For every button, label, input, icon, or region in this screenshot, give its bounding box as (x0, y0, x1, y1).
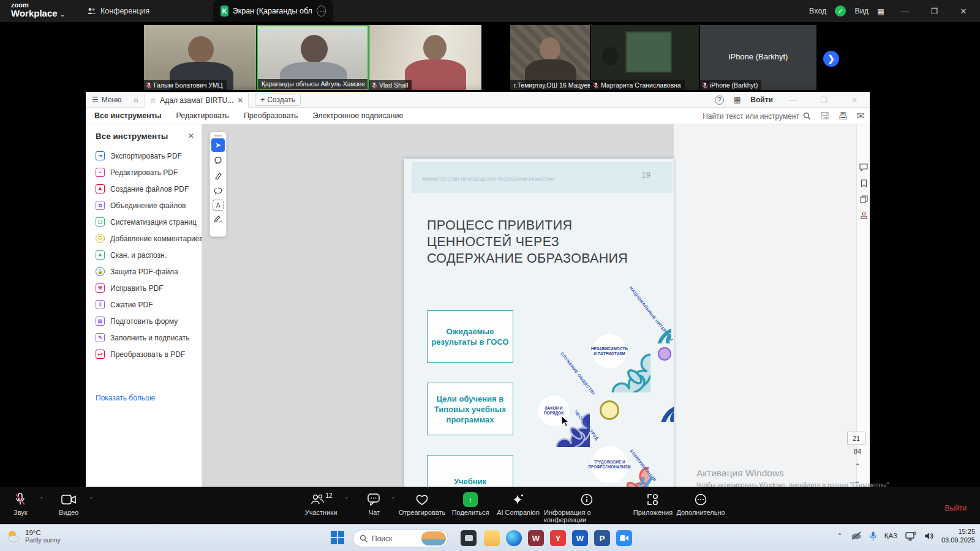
tab-close-icon[interactable]: ✕ (237, 96, 243, 105)
pages-panel-icon[interactable] (859, 194, 869, 204)
document-tab[interactable]: ☆ Адал азамат BIRTU... ✕ (144, 92, 249, 108)
participant-tile-active[interactable]: Қарағанды облысы Айгуль Хамзее... (257, 25, 369, 90)
tool-add-comments[interactable]: 🗨Добавление комментариев (96, 234, 203, 243)
sign-tool[interactable] (211, 212, 225, 226)
meeting-info-button[interactable]: Информация о конференции (544, 492, 630, 523)
language-indicator[interactable]: ҚАЗ (884, 532, 897, 539)
react-button[interactable]: Отреагировать (397, 492, 447, 516)
taskbar-app-red[interactable]: Y (550, 530, 566, 546)
taskbar-app-taskview[interactable] (461, 530, 477, 546)
select-tool[interactable]: ➤ (211, 138, 225, 152)
search-highlight-image[interactable] (421, 531, 446, 545)
search-box[interactable]: Поиск (353, 530, 448, 547)
tools-panel-close-icon[interactable]: ✕ (188, 132, 194, 140)
zoom-close-button[interactable]: ✕ (953, 3, 974, 19)
tab-conference[interactable]: Конференция (80, 0, 157, 22)
acrobat-close-button[interactable]: ✕ (844, 92, 865, 108)
view-button[interactable]: Вид (854, 7, 869, 15)
clock[interactable]: 15:25 03.09.2025 (941, 527, 975, 545)
home-icon[interactable]: ⌂ (134, 96, 138, 104)
page-number-input[interactable]: 21 (847, 432, 865, 444)
acrobat-minimize-button[interactable]: — (783, 92, 804, 108)
save-icon[interactable]: 🖫 (820, 111, 830, 122)
text-select-tool[interactable]: A (213, 200, 224, 211)
zoom-signin-button[interactable]: Вход (809, 7, 826, 15)
taskbar-app-w-maroon[interactable]: W (528, 530, 544, 546)
apps-grid-icon[interactable]: ▦ (734, 96, 741, 104)
show-more-link[interactable]: Показать больше (96, 394, 155, 402)
participant-tile[interactable]: Галым Болатович УМЦ (144, 25, 256, 90)
zoom-maximize-button[interactable]: ❐ (924, 3, 944, 19)
participant-tile[interactable]: Vlad Shall (369, 25, 481, 90)
chat-options-icon[interactable]: ⌃ (391, 497, 396, 503)
comments-panel-icon[interactable] (859, 162, 869, 172)
document-pane[interactable]: МИНИСТЕРСТВО ПРОСВЕЩЕНИЯ РЕСПУБЛИКИ КАЗА… (202, 124, 856, 487)
stamp-panel-icon[interactable] (859, 210, 869, 220)
zoom-minimize-button[interactable]: — (894, 3, 915, 19)
taskbar-app-powerpoint[interactable]: P (594, 530, 610, 546)
taskbar-app-edge[interactable] (506, 530, 522, 546)
highlighter-tool[interactable] (211, 169, 225, 182)
tray-expand-icon[interactable]: ⌃ (837, 532, 843, 540)
more-button[interactable]: Дополнительно (673, 492, 729, 516)
star-icon[interactable]: ☆ (149, 96, 156, 105)
lasso-tool[interactable] (211, 184, 225, 198)
tool-organize-pages[interactable]: ❏Систематизация страниц (96, 217, 197, 227)
menubar-convert[interactable]: Преобразовать (244, 111, 298, 120)
participants-button[interactable]: 12 Участники (299, 492, 343, 516)
scroll-up-icon[interactable]: ⌃ (848, 462, 867, 470)
mail-icon[interactable]: ✉ (857, 110, 865, 122)
create-button[interactable]: + Создать (255, 94, 301, 106)
toolbar-grip[interactable] (214, 135, 222, 137)
chevron-down-icon[interactable]: ⌄ (60, 11, 65, 18)
next-participants-button[interactable]: ❯ (823, 51, 839, 67)
apps-button[interactable]: Приложения (630, 492, 676, 516)
taskbar-app-zoom[interactable] (616, 530, 632, 546)
taskbar-app-explorer[interactable] (484, 530, 500, 546)
tool-edit-pdf[interactable]: ≡Редактировать PDF (96, 168, 178, 177)
tool-convert-to-pdf[interactable]: ⮐Преобразовать в PDF (96, 350, 185, 359)
onedrive-paused-icon[interactable] (851, 531, 862, 540)
security-shield-icon[interactable]: ✓ (835, 6, 846, 17)
tool-fill-sign[interactable]: ✎Заполнить и подписать (96, 333, 190, 342)
tool-prepare-form[interactable]: ▤Подготовить форму (96, 317, 178, 326)
menubar-esign[interactable]: Электронное подписание (313, 111, 404, 120)
tool-compress-pdf[interactable]: ⇩Сжатие PDF (96, 300, 153, 309)
comment-tool[interactable] (211, 154, 225, 167)
participant-tile[interactable]: г.Темиртау,ОШ 16 Мацуева Е. (510, 25, 590, 90)
tool-combine-files[interactable]: ⧉Объединение файлов (96, 201, 186, 210)
acrobat-signin-button[interactable]: Войти (750, 96, 773, 104)
tool-repair-pdf[interactable]: ⚒Исправить PDF (96, 283, 164, 293)
tool-protect-pdf[interactable]: 🔒Защита PDF-файла (96, 267, 178, 276)
bookmarks-panel-icon[interactable] (859, 178, 869, 188)
menubar-all-tools[interactable]: Все инструменты (94, 111, 162, 120)
help-icon[interactable]: ? (715, 96, 724, 105)
start-button[interactable] (331, 531, 345, 545)
touch-keyboard-icon[interactable] (905, 531, 916, 541)
find-tool[interactable]: Найти текст или инструмент (703, 108, 811, 124)
tab-options-icon[interactable]: ··· (317, 6, 326, 17)
participants-options-icon[interactable]: ⌃ (344, 497, 349, 503)
audio-options-icon[interactable]: ⌃ (39, 497, 44, 503)
print-icon[interactable]: 🖶 (839, 111, 848, 122)
taskbar-app-word[interactable]: W (572, 530, 588, 546)
tab-screen-share[interactable]: K Экран (Қарағанды облысы Айгу ··· (213, 0, 333, 22)
weather-widget[interactable]: 19°C Partly sunny (5, 528, 61, 544)
tool-export-pdf[interactable]: ⇥Экспортировать PDF (96, 151, 182, 160)
participant-tile[interactable]: iPhone (Barkhyt) iPhone (Barkhyt) (700, 25, 816, 90)
video-options-icon[interactable]: ⌃ (89, 497, 94, 503)
chat-button[interactable]: Чат (359, 492, 390, 516)
tool-create-pdf[interactable]: AСоздание файлов PDF (96, 184, 189, 193)
tray-mic-icon[interactable] (870, 531, 876, 541)
volume-icon[interactable] (924, 532, 933, 540)
leave-button[interactable]: Выйти (944, 504, 967, 512)
share-button[interactable]: ↑ Поделиться (448, 492, 492, 516)
audio-button[interactable]: Звук (13, 492, 28, 516)
tool-scan-ocr[interactable]: AСкан. и распозн. (96, 250, 167, 260)
menubar-edit[interactable]: Редактировать (176, 111, 229, 120)
ai-companion-button[interactable]: AI Companion (492, 492, 544, 516)
video-button[interactable]: Видео (59, 492, 78, 516)
participant-tile[interactable]: Маргарита Станиславовна (591, 25, 699, 90)
acrobat-menu-button[interactable]: ☰ Меню (86, 96, 127, 104)
acrobat-restore-button[interactable]: ❐ (813, 92, 834, 108)
